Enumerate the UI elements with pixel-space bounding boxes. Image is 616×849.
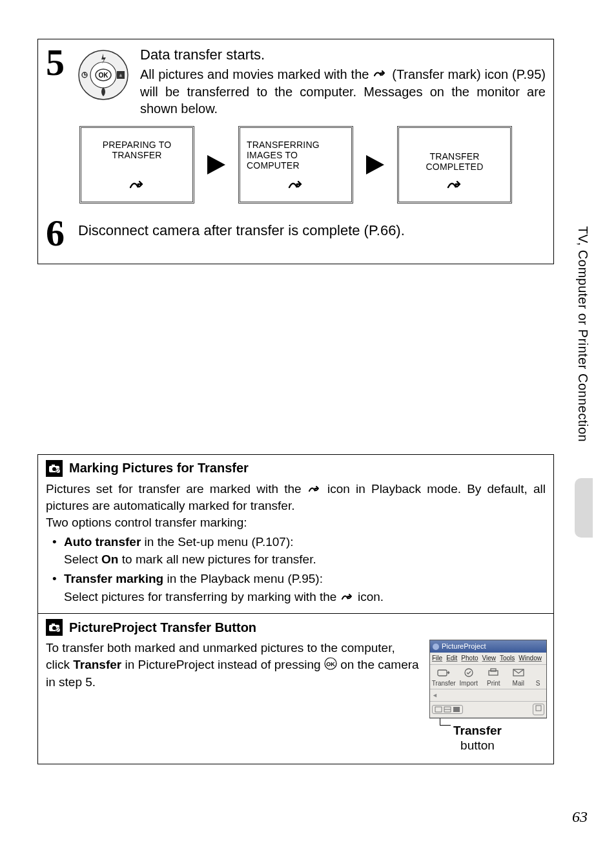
pp-titlebar: PictureProject <box>430 640 546 653</box>
section-tab-label: TV, Computer or Printer Connection <box>575 226 590 442</box>
info-body: To transfer both marked and unmarked pic… <box>46 640 546 756</box>
print-icon <box>486 667 500 678</box>
single-icon <box>453 706 460 713</box>
text: icon. <box>358 590 384 603</box>
callout-line <box>440 718 451 726</box>
svg-rect-8 <box>52 465 55 466</box>
transfer-mark-icon <box>81 180 192 194</box>
info-marking: Marking Pictures for Transfer Pictures s… <box>38 455 553 614</box>
more-icon <box>531 667 545 678</box>
svg-rect-27 <box>453 707 460 712</box>
info-heading: PictureProject Transfer Button <box>46 619 546 636</box>
svg-point-20 <box>465 669 473 676</box>
svg-rect-22 <box>491 669 496 671</box>
pictureproject-screenshot: PictureProject File Edit Photo View Tool… <box>429 640 546 753</box>
list-item: Auto transfer in the Set-up menu (P.107)… <box>50 534 546 550</box>
transfer-mark-icon <box>340 589 354 606</box>
text: Two options control transfer marking: <box>46 514 546 531</box>
step-6-body: Disconnect camera after transfer is comp… <box>78 216 546 240</box>
menu-view[interactable]: View <box>482 654 497 663</box>
step-5-title: Data transfer starts. <box>140 46 546 65</box>
pp-lowbar: ◄ <box>430 689 546 702</box>
svg-rect-19 <box>438 670 447 676</box>
transfer-panel-transferring: TRANSFERRING IMAGES TO COMPUTER <box>238 126 353 204</box>
text: in PictureProject instead of pressing <box>121 658 324 671</box>
pp-tool-transfer[interactable]: Transfer <box>431 667 457 688</box>
transfer-icon <box>436 667 451 678</box>
fit-toggle[interactable] <box>533 704 544 715</box>
svg-text:±: ± <box>119 72 123 78</box>
transfer-progress-row: PREPARING TO TRANSFER TRANSFERRING IMAGE… <box>38 123 553 214</box>
step-5-text-before: All pictures and movies marked with the <box>140 67 373 81</box>
pp-tool-mail[interactable]: Mail <box>506 667 531 688</box>
svg-point-9 <box>52 467 56 471</box>
bold: Auto transfer <box>64 535 141 549</box>
step-number: 5 <box>46 46 72 79</box>
multi-selector-icon: OK ± <box>78 50 128 103</box>
callout: Transfer button <box>429 724 546 753</box>
pp-tool-print[interactable]: Print <box>481 667 506 688</box>
menu-edit[interactable]: Edit <box>446 654 457 663</box>
note-camera-icon <box>46 619 63 636</box>
text: in the Playback menu (P.95): <box>163 572 323 585</box>
options-list: Transfer marking in the Playback menu (P… <box>50 571 546 587</box>
panel-label: TRANSFERRING IMAGES TO COMPUTER <box>247 140 345 171</box>
text: to mark all new pictures for transfer. <box>118 552 316 566</box>
menu-photo[interactable]: Photo <box>461 654 478 663</box>
svg-text:OK: OK <box>99 72 109 79</box>
text: in the Set-up menu (P.107): <box>141 535 293 549</box>
transfer-mark-icon <box>373 67 388 83</box>
list-item-sub: Select On to mark all new pictures for t… <box>50 551 546 568</box>
mail-icon <box>511 667 526 678</box>
pp-toolbar: Transfer Import Print <box>430 665 546 690</box>
step-6: 6 Disconnect camera after transfer is co… <box>38 214 553 263</box>
callout-text: Transfer button <box>453 724 502 753</box>
transfer-panel-preparing: PREPARING TO TRANSFER <box>79 126 194 204</box>
tool-label: Transfer <box>432 680 456 687</box>
list-item-sub: Select pictures for transferring by mark… <box>50 589 546 606</box>
text: Select <box>64 552 101 566</box>
pp-title: PictureProject <box>442 642 486 651</box>
step-5: 5 OK ± <box>38 39 553 123</box>
steps-box: 5 OK ± <box>37 39 554 264</box>
menu-tools[interactable]: Tools <box>500 654 515 663</box>
arrow-right-icon <box>365 154 385 176</box>
page-number: 63 <box>572 808 588 826</box>
note-camera-icon <box>46 460 63 477</box>
pp-tool-import[interactable]: Import <box>457 667 482 688</box>
info-section: Marking Pictures for Transfer Pictures s… <box>37 454 554 765</box>
panel-label: TRANSFER COMPLETED <box>406 151 504 172</box>
tool-label: Import <box>460 680 478 687</box>
svg-rect-13 <box>52 624 55 625</box>
manual-page: TV, Computer or Printer Connection 5 OK <box>0 0 616 849</box>
menu-file[interactable]: File <box>432 654 442 663</box>
grid-icon <box>435 706 442 713</box>
pp-window: PictureProject File Edit Photo View Tool… <box>429 640 547 718</box>
pp-lowbar-2 <box>430 702 546 718</box>
svg-text:OK: OK <box>326 660 335 667</box>
text: Select pictures for transferring by mark… <box>64 590 340 603</box>
bold: Transfer marking <box>64 572 163 585</box>
app-icon <box>433 644 439 650</box>
transfer-mark-icon <box>399 180 510 194</box>
thumb-tab <box>575 478 593 538</box>
callout-rest: button <box>460 739 495 752</box>
info-heading-text: PictureProject Transfer Button <box>69 620 256 635</box>
step-5-body: Data transfer starts. All pictures and m… <box>140 46 546 117</box>
callout-bold: Transfer <box>453 724 502 737</box>
text: Pictures set for transfer are marked wit… <box>46 482 307 496</box>
pp-menubar: File Edit Photo View Tools Window <box>430 653 546 665</box>
info-pp-button: PictureProject Transfer Button To transf… <box>38 614 553 764</box>
import-icon <box>462 667 476 678</box>
transfer-panel-completed: TRANSFER COMPLETED <box>397 126 512 204</box>
panel-label: PREPARING TO TRANSFER <box>88 140 186 160</box>
pp-tool-more[interactable]: S <box>531 667 545 688</box>
tool-label: Print <box>487 680 500 687</box>
expand-icon <box>535 705 542 711</box>
transfer-mark-icon <box>307 481 322 498</box>
bold: Transfer <box>73 658 121 671</box>
view-toggle[interactable] <box>432 705 463 714</box>
info-heading-text: Marking Pictures for Transfer <box>69 461 249 476</box>
arrow-right-icon <box>206 154 227 176</box>
menu-window[interactable]: Window <box>518 654 542 663</box>
